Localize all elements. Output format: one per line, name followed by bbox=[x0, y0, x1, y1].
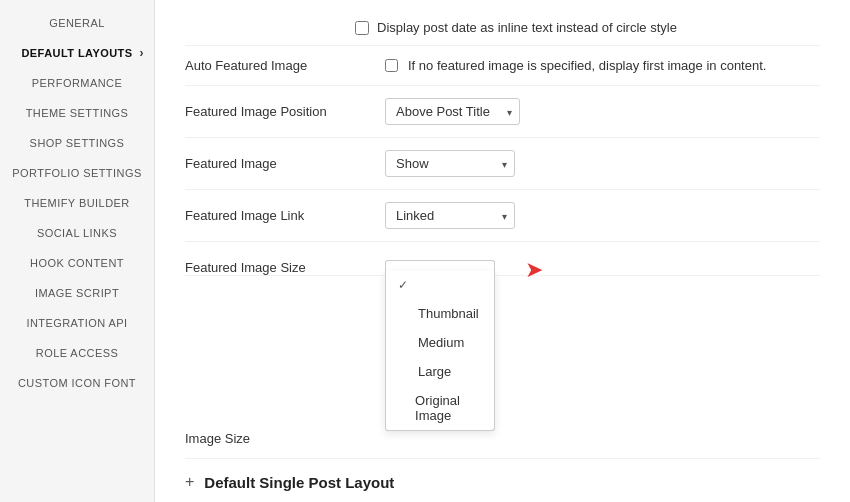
sidebar-item-label: PERFORMANCE bbox=[32, 77, 122, 89]
featured-image-label: Featured Image bbox=[185, 156, 385, 171]
sidebar-item-label: GENERAL bbox=[49, 17, 105, 29]
featured-image-size-trigger-wrapper: ➤ bbox=[385, 254, 495, 271]
image-size-row: Image Size bbox=[185, 276, 820, 459]
featured-image-link-row: Featured Image Link Linked Unlinked ▾ bbox=[185, 190, 820, 242]
dropdown-item-medium-label: Medium bbox=[418, 335, 464, 350]
featured-image-size-menu: ✓ ✓ Thumbnail ✓ Medium ✓ Large bbox=[385, 271, 495, 431]
sidebar-item-label: SHOP SETTINGS bbox=[30, 137, 125, 149]
plus-icon: + bbox=[185, 473, 194, 491]
auto-featured-image-control: If no featured image is specified, displ… bbox=[385, 58, 766, 73]
sidebar-item-label: CUSTOM ICON FONT bbox=[18, 377, 136, 389]
post-date-checkbox[interactable] bbox=[355, 21, 369, 35]
dropdown-item-large[interactable]: ✓ Large bbox=[386, 357, 494, 386]
sidebar-item-label: IMAGE SCRIPT bbox=[35, 287, 119, 299]
post-date-label[interactable]: Display post date as inline text instead… bbox=[185, 20, 820, 35]
sidebar-item-hook-content[interactable]: HOOK CONTENT bbox=[0, 248, 154, 278]
sidebar-item-custom-icon-font[interactable]: CUSTOM ICON FONT bbox=[0, 368, 154, 398]
featured-image-wrapper: Show Hide ▾ bbox=[385, 150, 515, 177]
main-content: Display post date as inline text instead… bbox=[155, 0, 850, 502]
red-arrow-icon: ➤ bbox=[525, 257, 543, 283]
dropdown-item-thumbnail-label: Thumbnail bbox=[418, 306, 479, 321]
section-default-single-post[interactable]: +Default Single Post Layout bbox=[185, 459, 820, 502]
sidebar-item-label: THEME SETTINGS bbox=[26, 107, 129, 119]
featured-image-link-select[interactable]: Linked Unlinked bbox=[385, 202, 515, 229]
featured-image-size-trigger[interactable] bbox=[385, 260, 495, 271]
sidebar: GENERALDEFAULT LAYOUTS›PERFORMANCETHEME … bbox=[0, 0, 155, 502]
sidebar-item-general[interactable]: GENERAL bbox=[0, 8, 154, 38]
featured-image-size-control: ➤ ✓ ✓ Thumbnail ✓ Medium bbox=[385, 254, 495, 271]
sidebar-item-image-script[interactable]: IMAGE SCRIPT bbox=[0, 278, 154, 308]
dropdown-item-blank[interactable]: ✓ bbox=[386, 271, 494, 299]
sidebar-item-social-links[interactable]: SOCIAL LINKS bbox=[0, 218, 154, 248]
sidebar-item-role-access[interactable]: ROLE ACCESS bbox=[0, 338, 154, 368]
sidebar-item-performance[interactable]: PERFORMANCE bbox=[0, 68, 154, 98]
featured-image-position-wrapper: Above Post Title Below Post Title Left R… bbox=[385, 98, 520, 125]
sidebar-item-default-layouts[interactable]: DEFAULT LAYOUTS› bbox=[0, 38, 154, 68]
post-date-row: Display post date as inline text instead… bbox=[185, 10, 820, 46]
section-title: Default Single Post Layout bbox=[204, 474, 394, 491]
featured-image-size-dropdown-container: ➤ ✓ ✓ Thumbnail ✓ Medium bbox=[385, 254, 495, 271]
featured-image-row: Featured Image Show Hide ▾ bbox=[185, 138, 820, 190]
dropdown-item-original-label: Original Image bbox=[415, 393, 482, 423]
featured-image-position-select[interactable]: Above Post Title Below Post Title Left R… bbox=[385, 98, 520, 125]
featured-image-position-label: Featured Image Position bbox=[185, 104, 385, 119]
auto-featured-image-row: Auto Featured Image If no featured image… bbox=[185, 46, 820, 86]
post-date-text: Display post date as inline text instead… bbox=[377, 20, 677, 35]
sidebar-item-theme-settings[interactable]: THEME SETTINGS bbox=[0, 98, 154, 128]
featured-image-position-control: Above Post Title Below Post Title Left R… bbox=[385, 98, 520, 125]
sidebar-item-label: SOCIAL LINKS bbox=[37, 227, 117, 239]
featured-image-link-wrapper: Linked Unlinked ▾ bbox=[385, 202, 515, 229]
sidebar-item-label: PORTFOLIO SETTINGS bbox=[12, 167, 141, 179]
sections-container: +Default Single Post Layout+Search Resul… bbox=[185, 459, 820, 502]
check-icon: ✓ bbox=[398, 278, 412, 292]
sidebar-item-label: INTEGRATION API bbox=[26, 317, 127, 329]
sidebar-item-label: HOOK CONTENT bbox=[30, 257, 124, 269]
dropdown-item-thumbnail[interactable]: ✓ Thumbnail bbox=[386, 299, 494, 328]
image-size-label: Image Size bbox=[185, 431, 385, 446]
sidebar-item-shop-settings[interactable]: SHOP SETTINGS bbox=[0, 128, 154, 158]
auto-featured-image-label: Auto Featured Image bbox=[185, 58, 385, 73]
featured-image-select[interactable]: Show Hide bbox=[385, 150, 515, 177]
featured-image-link-label: Featured Image Link bbox=[185, 208, 385, 223]
featured-image-size-label: Featured Image Size bbox=[185, 254, 385, 275]
auto-featured-image-text: If no featured image is specified, displ… bbox=[408, 58, 766, 73]
sidebar-item-label: DEFAULT LAYOUTS bbox=[21, 47, 132, 59]
featured-image-position-row: Featured Image Position Above Post Title… bbox=[185, 86, 820, 138]
featured-image-size-row: Featured Image Size ➤ ✓ bbox=[185, 242, 820, 276]
featured-image-link-control: Linked Unlinked ▾ bbox=[385, 202, 515, 229]
dropdown-item-medium[interactable]: ✓ Medium bbox=[386, 328, 494, 357]
auto-featured-image-checkbox[interactable] bbox=[385, 59, 398, 72]
sidebar-item-themify-builder[interactable]: THEMIFY BUILDER bbox=[0, 188, 154, 218]
dropdown-item-large-label: Large bbox=[418, 364, 451, 379]
chevron-right-icon: › bbox=[140, 46, 144, 60]
dropdown-item-original[interactable]: ✓ Original Image bbox=[386, 386, 494, 430]
sidebar-item-integration-api[interactable]: INTEGRATION API bbox=[0, 308, 154, 338]
featured-image-control: Show Hide ▾ bbox=[385, 150, 515, 177]
sidebar-item-label: THEMIFY BUILDER bbox=[24, 197, 129, 209]
sidebar-item-label: ROLE ACCESS bbox=[36, 347, 118, 359]
sidebar-item-portfolio-settings[interactable]: PORTFOLIO SETTINGS bbox=[0, 158, 154, 188]
